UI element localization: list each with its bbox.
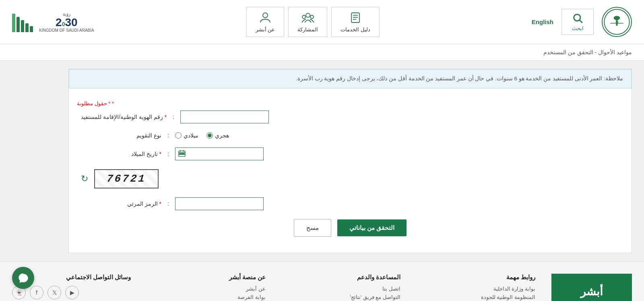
svg-point-13 — [310, 15, 314, 18]
dob-input-wrapper — [175, 147, 264, 160]
person-icon — [259, 11, 272, 24]
button-row: التحقق من بياناتي مسح — [81, 219, 619, 237]
dob-input[interactable] — [175, 147, 264, 160]
youtube-icon[interactable]: ▶ — [65, 286, 79, 299]
search-icon — [572, 12, 583, 24]
nav-participation-label: المشاركة — [297, 27, 318, 33]
svg-point-12 — [302, 15, 305, 18]
footer: أبشر روابط مهمة بوابة وزارة الداخلية الم… — [0, 261, 644, 301]
vision-year: 2030 — [56, 17, 78, 28]
participation-icon — [301, 11, 314, 24]
header: 🌿 ابحث English — [0, 0, 644, 44]
book-icon — [349, 11, 362, 24]
footer-logo-text: أبشر — [580, 285, 603, 298]
gregorian-option[interactable]: ميلادي — [175, 132, 198, 139]
footer-link-about[interactable]: عن أبشر — [147, 286, 266, 292]
clear-button[interactable]: مسح — [294, 219, 331, 237]
captcha-image-row: 76721 ↻ — [81, 169, 619, 188]
important-title: روابط مهمة — [417, 274, 535, 281]
nav-services-guide[interactable]: دليل الخدمات — [331, 7, 380, 37]
captcha-label: * الرمز المرئي — [81, 201, 161, 207]
captcha-input[interactable] — [175, 197, 264, 210]
notice-text: ملاحظة: العمر الأدنى للمستفيد من الخدمة … — [296, 76, 623, 82]
calendar-type-row: هجري ميلادي : نوع التقويم — [81, 132, 619, 139]
hijri-option[interactable]: هجري — [206, 132, 229, 139]
refresh-icon[interactable]: ↻ — [81, 174, 88, 184]
notice-bar: ملاحظة: العمر الأدنى للمستفيد من الخدمة … — [69, 69, 632, 88]
svg-line-6 — [580, 20, 582, 23]
footer-logo: أبشر — [551, 274, 632, 301]
breadcrumb-text: مواعيد الأحوال - التحقق من المستخدم — [543, 49, 632, 55]
main-content: ملاحظة: العمر الأدنى للمستفيد من الخدمة … — [0, 61, 644, 261]
footer-link-national[interactable]: المنظومة الوطنية للجودة — [417, 294, 535, 300]
captcha-input-row: : * الرمز المرئي — [81, 197, 619, 210]
captcha-value: 76721 — [106, 173, 147, 185]
footer-important-links: روابط مهمة بوابة وزارة الداخلية المنظومة… — [417, 274, 535, 301]
gregorian-radio[interactable] — [175, 132, 182, 139]
nav-about-absher[interactable]: عن أبشر — [246, 7, 285, 37]
chat-bubble[interactable] — [12, 267, 34, 289]
hijri-radio[interactable] — [206, 132, 213, 139]
required-star: * — [112, 100, 114, 106]
captcha-image: 76721 — [94, 169, 159, 188]
header-logos: رؤية 2030 KINGDOM OF SAUDI ARABIA — [12, 12, 94, 33]
id-input[interactable] — [180, 111, 269, 123]
header-nav: دليل الخدمات المشاركة عن أبشر — [246, 7, 380, 37]
bar-chart-logo — [12, 12, 33, 32]
nav-participation[interactable]: المشاركة — [288, 7, 327, 37]
footer-inner: أبشر روابط مهمة بوابة وزارة الداخلية الم… — [12, 274, 632, 301]
id-label: * رقم الهوية الوطنية/الإقامة للمستفيد — [81, 114, 167, 120]
about-title: عن منصة أبشر — [147, 274, 266, 281]
search-label: ابحث — [572, 25, 584, 31]
svg-point-22 — [21, 277, 22, 278]
gregorian-label: ميلادي — [184, 132, 198, 139]
dob-row: : * تاريخ الميلاد — [81, 147, 619, 160]
svg-point-11 — [306, 13, 310, 17]
svg-rect-7 — [351, 13, 359, 23]
svg-point-14 — [263, 13, 268, 18]
kingdom-subtitle: KINGDOM OF SAUDI ARABIA — [39, 28, 94, 33]
nav-about-label: عن أبشر — [256, 27, 275, 33]
calendar-label: نوع التقويم — [81, 132, 161, 139]
required-label: * حقول مطلوبة — [77, 100, 110, 106]
form-card: ملاحظة: العمر الأدنى للمستفيد من الخدمة … — [68, 69, 632, 253]
svg-point-3 — [614, 16, 620, 20]
english-link[interactable]: English — [532, 18, 553, 25]
search-button[interactable]: ابحث — [561, 9, 594, 35]
footer-help: المساعدة والدعم اتصل بنا التواصل مع فريق… — [282, 274, 400, 301]
twitter-icon[interactable]: 𝕏 — [47, 286, 61, 299]
svg-point-23 — [23, 277, 24, 278]
breadcrumb: مواعيد الأحوال - التحقق من المستخدم — [0, 44, 644, 61]
id-field-row: : * رقم الهوية الوطنية/الإقامة للمستفيد — [81, 111, 619, 123]
footer-link-natayij[interactable]: التواصل مع فريق 'نتائج' — [282, 294, 400, 300]
footer-about: عن منصة أبشر عن أبشر بوابة الفرصة — [147, 274, 266, 301]
svg-point-24 — [25, 277, 26, 278]
vision-2030-logo: رؤية 2030 KINGDOM OF SAUDI ARABIA — [39, 12, 94, 33]
footer-link-contact[interactable]: اتصل بنا — [282, 286, 400, 292]
hijri-label: هجري — [215, 132, 229, 139]
nav-services-label: دليل الخدمات — [341, 27, 370, 33]
verify-button[interactable]: التحقق من بياناتي — [337, 219, 407, 236]
header-right: 🌿 ابحث English — [532, 7, 632, 37]
saudi-logo: 🌿 — [602, 7, 632, 37]
required-note: * * حقول مطلوبة — [69, 96, 632, 106]
svg-point-5 — [574, 14, 580, 21]
calendar-icon[interactable] — [178, 149, 186, 158]
chat-icon — [18, 272, 29, 284]
footer-link-portal[interactable]: بوابة الفرصة — [147, 294, 266, 300]
footer-link-interior[interactable]: بوابة وزارة الداخلية — [417, 286, 535, 292]
help-title: المساعدة والدعم — [282, 274, 400, 281]
svg-rect-20 — [181, 153, 182, 154]
form-body: : * رقم الهوية الوطنية/الإقامة للمستفيد … — [69, 106, 632, 241]
svg-rect-19 — [180, 153, 181, 154]
dob-label: * تاريخ الميلاد — [81, 151, 161, 157]
svg-rect-21 — [183, 153, 184, 154]
calendar-type-group: هجري ميلادي — [175, 132, 229, 139]
social-icons: 👻 f 𝕏 ▶ — [12, 286, 131, 299]
facebook-icon[interactable]: f — [30, 286, 43, 299]
